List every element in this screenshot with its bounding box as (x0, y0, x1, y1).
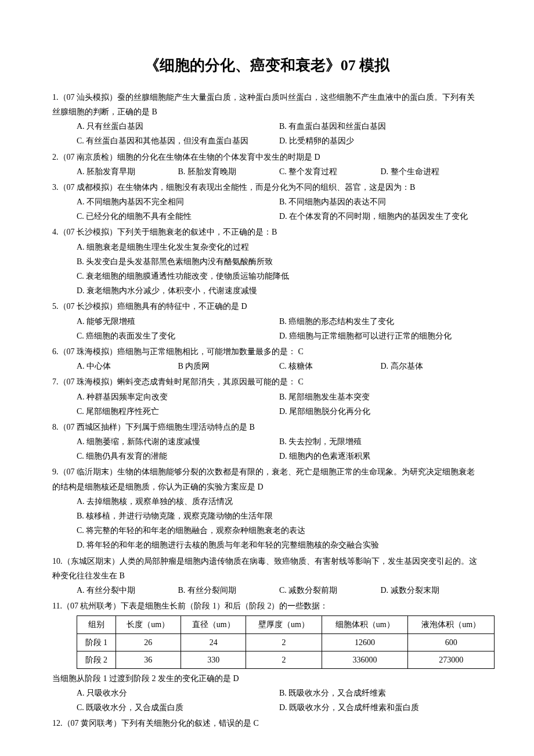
table-cell: 36 (116, 651, 181, 668)
option: D. 尾部细胞脱分化再分化 (279, 404, 482, 419)
table-cell: 336000 (322, 651, 408, 668)
option-row: A. 胚胎发育早期B. 胚胎发育晚期C. 整个发育过程D. 整个生命进程 (52, 164, 482, 179)
option-row: A. 细胞衰老是细胞生理生化发生复杂变化的过程 (52, 240, 482, 254)
option-row: D. 将年轻的和年老的细胞进行去核的胞质与年老和年轻的完整细胞核的杂交融合实验 (52, 538, 482, 552)
option: A. 只吸收水分 (77, 686, 279, 700)
question-block: 7.（07 珠海模拟）蝌蚪变态成青蛙时尾部消失，其原因最可能的是： CA. 种群… (52, 375, 482, 419)
q11-table: 组别长度（um）直径（um）壁厚度（um）细胞体积（um）液泡体积（um） 阶段… (77, 615, 495, 669)
table-cell: 273000 (408, 651, 495, 668)
table-cell: 阶段 1 (77, 633, 116, 651)
table-cell: 12600 (322, 633, 408, 651)
option: C. 衰老细胞的细胞膜通透性功能改变，使物质运输功能降低 (77, 269, 482, 283)
option: A. 胚胎发育早期 (77, 164, 178, 179)
table-cell: 330 (181, 651, 246, 668)
option: A. 有丝分裂中期 (77, 583, 178, 597)
option: C. 细胞仍具有发育的潜能 (77, 449, 279, 463)
table-cell: 2 (246, 633, 322, 651)
question-block: 6.（07 珠海模拟）癌细胞与正常细胞相比，可能增加数量最多的是： CA. 中心… (52, 344, 482, 373)
option: B. 既吸收水分，又合成纤维素 (279, 686, 482, 700)
option-row: B. 头发变白是头发基部黑色素细胞内没有酪氨酸酶所致 (52, 254, 482, 269)
table-header-cell: 液泡体积（um） (408, 616, 495, 633)
option-row: A. 中心体B 内质网C. 核糖体D. 高尔基体 (52, 359, 482, 373)
option-row: C. 尾部细胞程序性死亡D. 尾部细胞脱分化再分化 (52, 404, 482, 419)
option: D. 将年轻的和年老的细胞进行去核的胞质与年老和年轻的完整细胞核的杂交融合实验 (77, 538, 482, 552)
option-row: C. 有丝蛋白基因和其他基因，但没有血蛋白基因D. 比受精卵的基因少 (52, 134, 482, 148)
option: A. 去掉细胞核，观察单独的核、质存活情况 (77, 494, 482, 509)
option: B. 失去控制，无限增殖 (279, 434, 482, 449)
question-block: 5.（07 长沙模拟）癌细胞具有的特征中，不正确的是 DA. 能够无限增殖B. … (52, 299, 482, 343)
option: C. 核糖体 (279, 359, 381, 373)
question-11: 11.（07 杭州联考）下表是细胞生长前（阶段 1）和后（阶段 2）的一些数据：… (52, 599, 482, 715)
option-row: A. 去掉细胞核，观察单独的核、质存活情况 (52, 494, 482, 509)
option: D. 在个体发育的不同时期，细胞内的基因发生了变化 (279, 209, 482, 224)
option-row: C. 既吸收水分，又合成蛋白质D. 既吸收水分，又合成纤维素和蛋白质 (52, 700, 482, 715)
option-row: C. 细胞仍具有发育的潜能D. 细胞内的色素逐渐积累 (52, 449, 482, 463)
option: D. 比受精卵的基因少 (279, 134, 482, 148)
question-block: 2.（07 南京质检）细胞的分化在生物体在生物的个体发育中发生的时期是 DA. … (52, 150, 482, 179)
question-stem: 6.（07 珠海模拟）癌细胞与正常细胞相比，可能增加数量最多的是： C (52, 344, 482, 359)
option: D. 减数分裂末期 (381, 583, 482, 597)
table-cell: 600 (408, 633, 495, 651)
option: B. 不同细胞内基因的表达不同 (279, 195, 482, 209)
option: A. 能够无限增殖 (77, 314, 279, 329)
option: D. 癌细胞与正常细胞都可以进行正常的细胞分化 (279, 329, 482, 343)
option-row: C. 将完整的年轻的和年老的细胞融合，观察杂种细胞衰老的表达 (52, 523, 482, 538)
option: B. 胚胎发育晚期 (178, 164, 280, 179)
table-cell: 26 (116, 633, 181, 651)
option: D. 高尔基体 (381, 359, 482, 373)
table-header-cell: 直径（um） (181, 616, 246, 633)
option-row: A. 不同细胞内基因不完全相同B. 不同细胞内基因的表达不同 (52, 195, 482, 209)
option: D. 细胞内的色素逐渐积累 (279, 449, 482, 463)
table-header-cell: 壁厚度（um） (246, 616, 322, 633)
question-block: 8.（07 西城区抽样）下列属于癌细胞生理活动特点的是 BA. 细胞萎缩，新陈代… (52, 420, 482, 464)
option: A. 不同细胞内基因不完全相同 (77, 195, 279, 209)
option: C. 癌细胞的表面发生了变化 (77, 329, 279, 343)
questions-container: 1.（07 汕头模拟）蚕的丝腺细胞能产生大量蛋白质，这种蛋白质叫丝蛋白，这些细胞… (52, 90, 482, 597)
question-12: 12.（07 黄冈联考）下列有关细胞分化的叙述，错误的是 C (52, 716, 482, 730)
question-block: 10.（东城区期末）人类的局部肿瘤是细胞内遗传物质在病毒、致癌物质、有害射线等影… (52, 554, 482, 598)
option: C. 将完整的年轻的和年老的细胞融合，观察杂种细胞衰老的表达 (77, 523, 482, 538)
option: C. 既吸收水分，又合成蛋白质 (77, 700, 279, 715)
option-row: C. 已经分化的细胞不具有全能性D. 在个体发育的不同时期，细胞内的基因发生了变… (52, 209, 482, 224)
option-row: A. 只吸收水分B. 既吸收水分，又合成纤维素 (52, 686, 482, 700)
option: D. 既吸收水分，又合成纤维素和蛋白质 (279, 700, 482, 715)
exam-page: 《细胞的分化、癌变和衰老》07 模拟 1.（07 汕头模拟）蚕的丝腺细胞能产生大… (0, 0, 534, 756)
table-header-cell: 组别 (77, 616, 116, 633)
option-row: C. 癌细胞的表面发生了变化D. 癌细胞与正常细胞都可以进行正常的细胞分化 (52, 329, 482, 343)
option-row: D. 衰老细胞内水分减少，体积变小，代谢速度减慢 (52, 283, 482, 298)
question-block: 4.（07 长沙模拟）下列关于细胞衰老的叙述中，不正确的是：BA. 细胞衰老是细… (52, 225, 482, 298)
option-row: A. 能够无限增殖B. 癌细胞的形态结构发生了变化 (52, 314, 482, 329)
question-block: 1.（07 汕头模拟）蚕的丝腺细胞能产生大量蛋白质，这种蛋白质叫丝蛋白，这些细胞… (52, 90, 482, 149)
table-cell: 24 (181, 633, 246, 651)
table-row: 阶段 12624212600600 (77, 633, 495, 651)
option-row: A. 种群基因频率定向改变B. 尾部细胞发生基本突变 (52, 390, 482, 404)
option: B. 尾部细胞发生基本突变 (279, 390, 482, 404)
option: B. 癌细胞的形态结构发生了变化 (279, 314, 482, 329)
table-cell: 2 (246, 651, 322, 668)
option-row: A. 只有丝蛋白基因B. 有血蛋白基因和丝蛋白基因 (52, 119, 482, 134)
option: A. 中心体 (77, 359, 178, 373)
option: C. 有丝蛋白基因和其他基因，但没有血蛋白基因 (77, 134, 279, 148)
question-stem: 4.（07 长沙模拟）下列关于细胞衰老的叙述中，不正确的是：B (52, 225, 482, 239)
option: D. 衰老细胞内水分减少，体积变小，代谢速度减慢 (77, 283, 482, 298)
question-stem: 7.（07 珠海模拟）蝌蚪变态成青蛙时尾部消失，其原因最可能的是： C (52, 375, 482, 389)
table-header-cell: 长度（um） (116, 616, 181, 633)
question-stem: 11.（07 杭州联考）下表是细胞生长前（阶段 1）和后（阶段 2）的一些数据： (52, 599, 482, 613)
option: C. 已经分化的细胞不具有全能性 (77, 209, 279, 224)
option: B. 有丝分裂间期 (178, 583, 280, 597)
table-row: 阶段 2363302336000273000 (77, 651, 495, 668)
option: C. 整个发育过程 (279, 164, 381, 179)
table-header-cell: 细胞体积（um） (322, 616, 408, 633)
option: B. 核移植，并进行动物克隆，观察克隆动物的生活年限 (77, 509, 482, 523)
question-stem: 5.（07 长沙模拟）癌细胞具有的特征中，不正确的是 D (52, 299, 482, 314)
option-row: A. 有丝分裂中期B. 有丝分裂间期C. 减数分裂前期D. 减数分裂末期 (52, 583, 482, 597)
option-row: C. 衰老细胞的细胞膜通透性功能改变，使物质运输功能降低 (52, 269, 482, 283)
question-stem: 3.（07 成都模拟）在生物体内，细胞没有表现出全能性，而是分化为不同的组织、器… (52, 180, 482, 195)
question-stem: 10.（东城区期末）人类的局部肿瘤是细胞内遗传物质在病毒、致癌物质、有害射线等影… (52, 554, 482, 583)
option: A. 细胞萎缩，新陈代谢的速度减慢 (77, 434, 279, 449)
option: C. 尾部细胞程序性死亡 (77, 404, 279, 419)
option: A. 种群基因频率定向改变 (77, 390, 279, 404)
option-row: A. 细胞萎缩，新陈代谢的速度减慢B. 失去控制，无限增殖 (52, 434, 482, 449)
option: D. 整个生命进程 (381, 164, 482, 179)
question-followup: 当细胞从阶段 1 过渡到阶段 2 发生的变化正确的是 D (52, 671, 482, 686)
